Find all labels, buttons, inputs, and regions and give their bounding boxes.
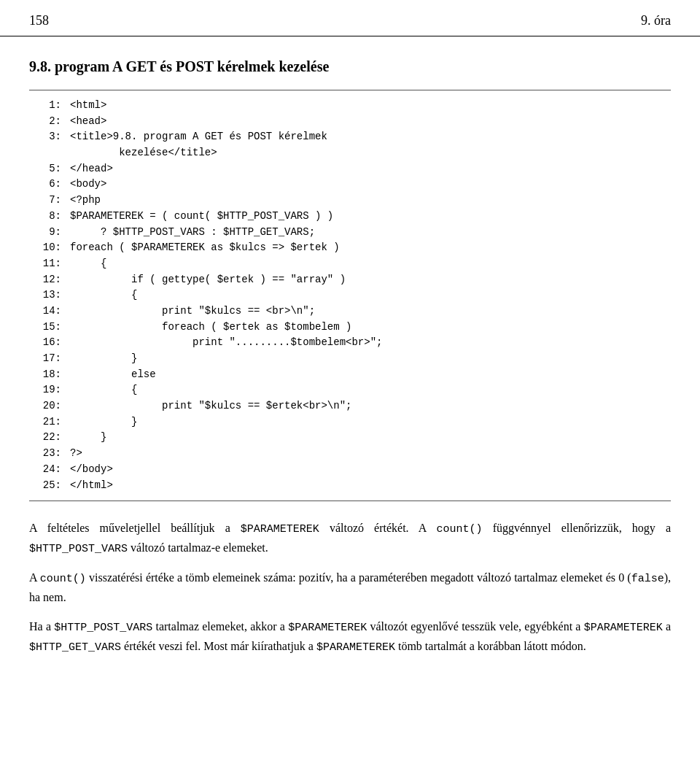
line-code-11: {: [70, 256, 106, 272]
code-line-12: 12: if ( gettype( $ertek ) == "array" ): [29, 272, 671, 288]
description-paragraph-2: A count() visszatérési értéke a tömb ele…: [29, 568, 671, 607]
line-num-19: 19:: [35, 382, 70, 398]
line-code-10: foreach ( $PARAMETEREK as $kulcs => $ert…: [70, 240, 340, 256]
line-code-23: ?>: [70, 446, 82, 462]
inline-code-http-get-vars: $HTTP_GET_VARS: [29, 641, 121, 654]
line-num-20: 20:: [35, 398, 70, 414]
inline-code-parameterek-2: $PARAMETEREK: [288, 622, 367, 634]
description-paragraph-3: Ha a $HTTP_POST_VARS tartalmaz elemeket,…: [29, 617, 671, 657]
line-num-2: 2:: [35, 114, 70, 130]
line-num-21: 21:: [35, 414, 70, 430]
description-paragraph-1: A feltételes műveletjellel beállítjuk a …: [29, 519, 671, 558]
inline-code-http-post-vars-2: $HTTP_POST_VARS: [54, 622, 152, 634]
line-num-15: 15:: [35, 320, 70, 336]
code-line-10: 10: foreach ( $PARAMETEREK as $kulcs => …: [29, 240, 671, 256]
code-line-1: 1: <html>: [29, 98, 671, 114]
line-num-18: 18:: [35, 367, 70, 383]
code-line-8: 8: $PARAMETEREK = ( count( $HTTP_POST_VA…: [29, 209, 671, 225]
section-title-bold: 9.8. program: [29, 58, 109, 74]
line-code-17: }: [70, 351, 137, 367]
code-line-20: 20: print "$kulcs == $ertek<br>\n";: [29, 398, 671, 414]
code-line-13: 13: {: [29, 287, 671, 304]
line-num-8: 8:: [35, 209, 70, 225]
inline-code-http-post-vars-1: $HTTP_POST_VARS: [29, 543, 128, 555]
code-line-9: 9: ? $HTTP_POST_VARS : $HTTP_GET_VARS;: [29, 225, 671, 241]
inline-code-parameterek-4: $PARAMETEREK: [316, 641, 395, 654]
page-container: 158 9. óra 9.8. program A GET és POST ké…: [0, 0, 700, 769]
line-num-14: 14:: [35, 304, 70, 320]
line-num-24: 24:: [35, 462, 70, 478]
code-line-16: 16: print ".........$tombelem<br>";: [29, 335, 671, 351]
line-code-14: print "$kulcs == <br>\n";: [70, 304, 315, 320]
inline-code-count-2: count(): [40, 573, 86, 585]
page-chapter: 9. óra: [641, 13, 671, 28]
inline-code-parameterek-3: $PARAMETEREK: [584, 622, 663, 634]
line-code-22: }: [70, 430, 106, 446]
code-line-2: 2: <head>: [29, 114, 671, 130]
line-num-9: 9:: [35, 225, 70, 241]
line-code-12: if ( gettype( $ertek ) == "array" ): [70, 272, 346, 288]
section-title-rest: A GET és POST kérelmek kezelése: [109, 58, 329, 74]
line-num-12: 12:: [35, 272, 70, 288]
line-code-21: }: [70, 414, 137, 430]
code-line-18: 18: else: [29, 367, 671, 383]
line-num-13: 13:: [35, 287, 70, 304]
code-line-23: 23: ?>: [29, 446, 671, 462]
page-header: 158 9. óra: [0, 0, 700, 36]
code-line-5: 5: </head>: [29, 161, 671, 177]
line-code-8: $PARAMETEREK = ( count( $HTTP_POST_VARS …: [70, 209, 333, 225]
line-num-5: 5:: [35, 161, 70, 177]
code-line-21: 21: }: [29, 414, 671, 430]
line-code-2: <head>: [70, 114, 106, 130]
line-code-16: print ".........$tombelem<br>";: [70, 335, 382, 351]
line-num-10: 10:: [35, 240, 70, 256]
code-line-3b: kezelése</title>: [29, 145, 671, 161]
code-line-3: 3: <title>9.8. program A GET és POST kér…: [29, 129, 671, 145]
code-line-22: 22: }: [29, 430, 671, 446]
page-number: 158: [29, 13, 49, 28]
line-code-9: ? $HTTP_POST_VARS : $HTTP_GET_VARS;: [70, 225, 315, 241]
line-code-18: else: [70, 367, 156, 383]
inline-code-count-1: count(): [437, 523, 483, 536]
inline-code-false: false: [631, 573, 664, 585]
line-code-3: <title>9.8. program A GET és POST kérelm…: [70, 129, 327, 145]
line-code-15: foreach ( $ertek as $tombelem ): [70, 320, 351, 336]
code-line-24: 24: </body>: [29, 462, 671, 478]
code-block: 1: <html> 2: <head> 3: <title>9.8. progr…: [29, 90, 671, 501]
line-code-5: </head>: [70, 161, 113, 177]
line-code-25: </html>: [70, 478, 113, 494]
line-code-20: print "$kulcs == $ertek<br>\n";: [70, 398, 351, 414]
code-line-6: 6: <body>: [29, 177, 671, 193]
line-num-17: 17:: [35, 351, 70, 367]
code-line-17: 17: }: [29, 351, 671, 367]
line-num-1: 1:: [35, 98, 70, 114]
line-code-7: <?php: [70, 193, 101, 209]
line-num-6: 6:: [35, 177, 70, 193]
content-area: 9.8. program A GET és POST kérelmek keze…: [0, 36, 700, 689]
section-title: 9.8. program A GET és POST kérelmek keze…: [29, 58, 671, 75]
line-code-24: </body>: [70, 462, 113, 478]
line-code-6: <body>: [70, 177, 106, 193]
code-line-14: 14: print "$kulcs == <br>\n";: [29, 304, 671, 320]
line-code-19: {: [70, 382, 137, 398]
code-line-19: 19: {: [29, 382, 671, 398]
line-num-11: 11:: [35, 256, 70, 272]
line-code-13: {: [70, 287, 137, 304]
code-line-15: 15: foreach ( $ertek as $tombelem ): [29, 320, 671, 336]
line-num-16: 16:: [35, 335, 70, 351]
line-num-23: 23:: [35, 446, 70, 462]
line-num-22: 22:: [35, 430, 70, 446]
inline-code-parameterek-1: $PARAMETEREK: [241, 523, 319, 536]
code-line-7: 7: <?php: [29, 193, 671, 209]
code-line-25: 25: </html>: [29, 478, 671, 494]
line-code-3b: kezelése</title>: [70, 145, 217, 161]
description-section: A feltételes műveletjellel beállítjuk a …: [29, 519, 671, 657]
line-num-7: 7:: [35, 193, 70, 209]
line-num-25: 25:: [35, 478, 70, 494]
code-line-11: 11: {: [29, 256, 671, 272]
line-num-3: 3:: [35, 129, 70, 145]
line-code-1: <html>: [70, 98, 106, 114]
